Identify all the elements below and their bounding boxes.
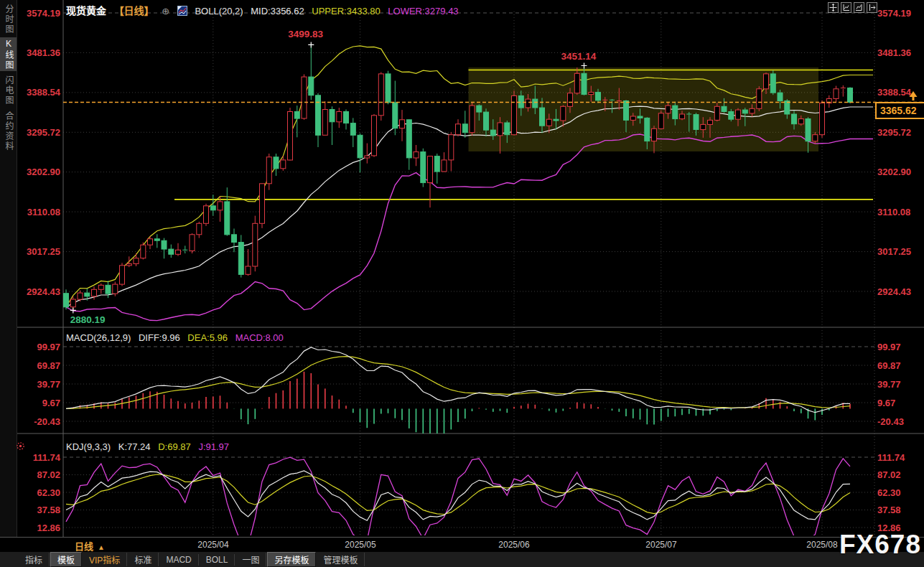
macd-dea-value: DEA:5.96	[187, 332, 228, 343]
axis-tick-label: 9.67	[877, 398, 895, 408]
axis-tick-label: 111.74	[33, 452, 61, 463]
sidebar-tab-2[interactable]: 闪电图	[0, 73, 17, 107]
date-axis-label: 2025/08	[806, 540, 837, 550]
axis-tick-label: 111.74	[877, 452, 905, 463]
axis-tick-label: 69.87	[877, 360, 901, 371]
axis-right-icon[interactable]	[854, 2, 864, 13]
extreme-marker	[308, 42, 314, 47]
date-axis-label: 2025/07	[645, 540, 676, 550]
chart-logo-icon	[177, 6, 187, 18]
axis-left-icon[interactable]	[841, 2, 851, 13]
toolbar-button-4[interactable]: MACD	[159, 554, 198, 566]
boll-lower-value: LOWER:3279.43	[388, 6, 458, 17]
axis-tick-label: 39.77	[37, 379, 60, 390]
axis-tick-label: 87.02	[37, 469, 60, 480]
axis-tick-label: 3295.72	[877, 127, 911, 138]
symbol-name: 现货黄金	[66, 5, 106, 17]
date-axis-row: 日线▲ 2025/042025/052025/062025/072025/08	[0, 537, 924, 553]
period-arrow-icon: ▲	[98, 543, 105, 551]
kdj-indicator-label: KDJ(9,3,3)	[66, 441, 111, 452]
boll-upper-value: UPPER:3433.80	[312, 6, 380, 17]
kdj-settings-icon[interactable]	[16, 441, 25, 454]
period-selector[interactable]: 日线▲	[75, 539, 105, 553]
price-annotation: 2880.19	[70, 314, 106, 325]
kdj-j-value: J:91.97	[198, 441, 229, 452]
boll-indicator-label: BOLL(20,2)	[195, 6, 243, 17]
axis-tick-label: 62.30	[37, 487, 60, 498]
axis-tick-label: 3481.36	[27, 47, 60, 58]
axis-tick-label: 3202.90	[27, 167, 60, 177]
axis-tick-label: 37.58	[877, 505, 901, 515]
axis-tick-label: 2924.43	[27, 286, 60, 297]
shift-right-icon[interactable]	[867, 2, 877, 13]
price-annotation: 3451.14	[561, 51, 597, 62]
sidebar-tab-0[interactable]: 分时图	[0, 4, 17, 34]
axis-tick-label: 12.86	[37, 523, 60, 533]
extreme-marker	[70, 307, 76, 313]
axis-tick-label: 2924.43	[877, 286, 911, 297]
axis-tick-label: 99.97	[877, 342, 901, 352]
toolbar-button-5[interactable]: BOLL	[200, 554, 235, 566]
axis-tick-label: 69.87	[37, 360, 60, 371]
axis-tick-label: 3017.25	[877, 246, 911, 257]
macd-value: MACD:8.00	[235, 332, 284, 343]
axis-tick-label: 3017.25	[27, 246, 60, 257]
toolbar-button-8[interactable]: 管理模板	[317, 553, 365, 566]
axis-tick-label: -20.43	[34, 416, 60, 427]
axis-tick-label: 37.58	[37, 505, 60, 515]
current-price-box: 3365.62	[875, 102, 924, 119]
bottom-toolbar: 指标模板VIP指标标准MACDBOLL一图另存模板管理模板	[0, 552, 924, 567]
toolbar-button-3[interactable]: 标准	[128, 553, 159, 566]
macd-indicator-label: MACD(26,12,9)	[66, 332, 131, 343]
axis-tick-label: 3481.36	[877, 47, 911, 58]
axis-tick-label: 99.97	[37, 342, 60, 352]
axis-tick-label: 3388.54	[877, 87, 912, 98]
axis-tick-label: 62.30	[877, 487, 901, 498]
axis-tick-label: 3110.08	[877, 207, 910, 217]
toolbar-button-0[interactable]: 指标	[19, 553, 50, 566]
price-annotation: 3499.83	[288, 29, 323, 39]
axis-tick-label: 3574.19	[877, 8, 911, 19]
kdj-panel-header: KDJ(9,3,3) K:77.24 D:69.87 J:91.97	[66, 441, 234, 452]
left-sidebar: 分时图K线图闪电图合约资料	[0, 0, 17, 537]
kdj-d-value: D:69.87	[158, 441, 191, 452]
sidebar-tab-3[interactable]: 合约资料	[0, 109, 17, 154]
date-axis-label: 2025/06	[498, 540, 529, 550]
period-label: 【日线】	[114, 5, 154, 17]
axis-tick-label: 9.67	[42, 398, 60, 408]
axis-tick-label: 3110.08	[27, 207, 60, 217]
date-axis-label: 2025/04	[197, 540, 228, 550]
chart-area[interactable]: 3574.193574.193481.363481.363388.543388.…	[0, 0, 924, 537]
toolbar-button-2[interactable]: VIP指标	[83, 553, 127, 566]
window-icon-bar	[828, 2, 877, 13]
price-chart-svg: 3574.193574.193481.363481.363388.543388.…	[0, 0, 924, 537]
date-axis-label: 2025/05	[345, 540, 375, 550]
axis-tick-label: 3574.19	[27, 8, 60, 19]
main-chart-header: 现货黄金 【日线】 ⊕ BOLL(20,2) MID:3356.62 UPPER…	[66, 3, 464, 18]
macd-panel-header: MACD(26,12,9) DIFF:9.96 DEA:5.96 MACD:8.…	[66, 332, 289, 343]
axis-tick-label: 3388.54	[27, 87, 61, 98]
boll-mid-value: MID:3356.62	[251, 6, 304, 17]
toolbar-button-6[interactable]: 一图	[235, 553, 266, 566]
sidebar-tab-1[interactable]: K线图	[0, 37, 17, 71]
toolbar-button-1[interactable]: 模板	[50, 552, 82, 567]
toolbar-button-7[interactable]: 另存模板	[267, 552, 316, 567]
axis-tick-label: 39.77	[877, 379, 901, 390]
axis-tick-label: 3295.72	[27, 127, 60, 138]
trading-app: 3574.193574.193481.363481.363388.543388.…	[0, 0, 924, 567]
crosshair-icon[interactable]	[828, 2, 839, 13]
axis-tick-label: 87.02	[877, 469, 901, 480]
kdj-k-value: K:77.24	[118, 441, 151, 452]
collapse-icon[interactable]: ⊕	[162, 6, 169, 17]
watermark-logo: FX678	[839, 530, 921, 560]
macd-diff-value: DIFF:9.96	[139, 332, 180, 343]
axis-tick-label: 3202.90	[877, 167, 911, 177]
axis-tick-label: -20.43	[877, 416, 904, 427]
